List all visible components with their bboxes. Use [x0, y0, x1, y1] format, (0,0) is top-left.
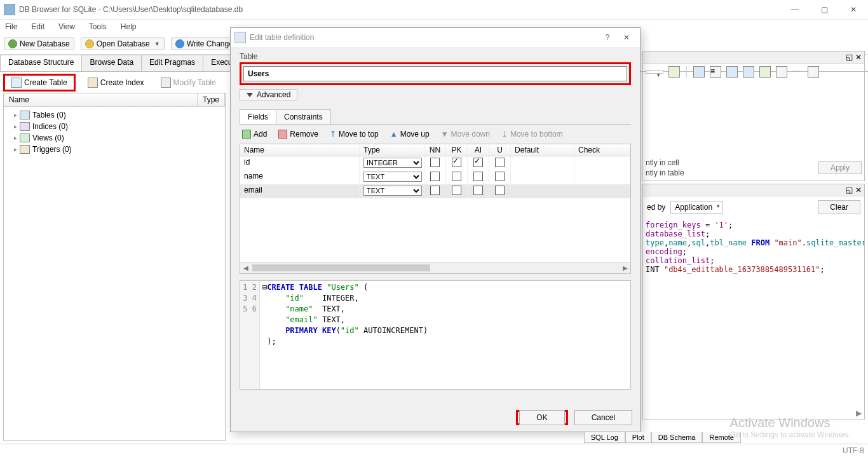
menu-edit[interactable]: Edit [29, 22, 47, 32]
tree-item[interactable]: ▸Views (0) [6, 132, 222, 144]
field-type-select[interactable]: TEXT [363, 172, 422, 182]
triangle-down-icon [247, 93, 253, 97]
table-name-input[interactable] [243, 66, 627, 81]
field-type-select[interactable]: INTEGER [363, 158, 422, 168]
checkbox[interactable] [452, 172, 461, 181]
menu-view[interactable]: View [56, 22, 78, 32]
lines-icon[interactable]: ≡ [710, 66, 721, 78]
panel-close-icon[interactable]: ✕ [855, 186, 862, 194]
copy-icon[interactable] [726, 66, 738, 78]
scroll-right-icon[interactable]: ▶ [856, 409, 862, 418]
new-database-button[interactable]: New Database [4, 38, 74, 50]
clear-icon[interactable] [776, 66, 787, 78]
checkbox[interactable] [473, 172, 483, 181]
log-clear-button[interactable]: Clear [818, 200, 860, 214]
remove-field-button[interactable]: Remove [278, 130, 318, 139]
mode-combo[interactable] [646, 70, 663, 74]
add-field-button[interactable]: Add [242, 130, 267, 139]
dialog-help-button[interactable]: ? [598, 33, 617, 42]
sql-code[interactable]: ⊟CREATE TABLE "Users" ( "id" INTEGER, "n… [260, 281, 430, 389]
bottomtab-sqllog[interactable]: SQL Log [584, 432, 625, 443]
close-button[interactable]: ✕ [839, 0, 868, 19]
tree-header-type[interactable]: Type [198, 93, 225, 106]
menu-help[interactable]: Help [118, 22, 139, 32]
col-nn[interactable]: NN [424, 144, 446, 156]
checkbox[interactable] [473, 158, 483, 167]
import-icon[interactable] [668, 66, 680, 78]
panel-close-icon[interactable]: ✕ [855, 53, 862, 62]
save-icon[interactable] [759, 66, 771, 78]
field-row[interactable]: nameTEXT [240, 170, 630, 184]
field-row[interactable]: idINTEGER [240, 156, 630, 170]
checkbox[interactable] [430, 158, 440, 167]
ellipsis-icon[interactable]: ⋯ [792, 67, 803, 77]
menu-tools[interactable]: Tools [86, 22, 109, 32]
tree-item[interactable]: ▸Triggers (0) [6, 144, 222, 155]
panel-undock-icon[interactable]: ◱ [846, 186, 853, 194]
dialog-close-button[interactable]: ✕ [617, 33, 636, 42]
checkbox[interactable] [495, 158, 505, 167]
tab-edit-pragmas[interactable]: Edit Pragmas [141, 55, 203, 71]
field-row[interactable]: emailTEXT [240, 184, 630, 198]
col-pk[interactable]: PK [446, 144, 468, 156]
col-ai[interactable]: AI [468, 144, 489, 156]
subtab-constraints[interactable]: Constraints [276, 109, 331, 124]
titlebar: DB Browser for SQLite - C:\Users\User\De… [0, 0, 868, 20]
bottomtab-plot[interactable]: Plot [625, 432, 651, 443]
move-up-button[interactable]: ▲Move up [390, 130, 430, 139]
tree-header-name[interactable]: Name [4, 93, 198, 106]
ok-button[interactable]: OK [519, 410, 564, 425]
move-top-button[interactable]: ⤒Move to top [330, 130, 379, 139]
col-name[interactable]: Name [240, 144, 360, 156]
paste-icon[interactable] [743, 66, 754, 78]
minimize-button[interactable]: — [780, 0, 810, 19]
move-bottom-button: ⤓Move to bottom [501, 130, 563, 139]
field-name-cell[interactable]: email [240, 184, 360, 198]
minus-icon [278, 130, 287, 139]
advanced-toggle[interactable]: Advanced [240, 89, 297, 100]
checkbox[interactable] [495, 186, 505, 195]
highlight-table-name [240, 62, 631, 85]
col-type[interactable]: Type [360, 144, 424, 156]
chevron-down-icon: ▼ [154, 41, 160, 47]
col-check[interactable]: Check [574, 144, 630, 156]
checkbox[interactable] [495, 172, 505, 181]
menu-file[interactable]: File [3, 22, 20, 32]
subtab-fields[interactable]: Fields [240, 109, 276, 124]
checkbox[interactable] [430, 172, 440, 181]
open-database-button[interactable]: Open Database ▼ [81, 38, 165, 50]
checkbox[interactable] [452, 186, 461, 195]
cancel-button[interactable]: Cancel [574, 410, 632, 425]
view-icon [20, 133, 30, 142]
modify-table-button: Modify Table [157, 76, 220, 89]
status-encoding: UTF-8 [843, 446, 864, 455]
fields-table: Name Type NN PK AI U Default Check idINT… [240, 144, 631, 274]
panel-undock-icon[interactable]: ◱ [846, 53, 853, 62]
create-index-button[interactable]: Create Index [84, 76, 148, 89]
checkbox[interactable] [473, 186, 483, 195]
log-filter-combo[interactable]: Application [670, 201, 723, 214]
apply-button[interactable]: Apply [818, 161, 862, 174]
col-u[interactable]: U [489, 144, 511, 156]
tree-item[interactable]: ▸Tables (0) [6, 109, 222, 121]
checkbox[interactable] [430, 186, 440, 195]
maximize-button[interactable]: ▢ [810, 0, 839, 19]
tab-database-structure[interactable]: Database Structure [0, 55, 82, 71]
bottomtab-dbschema[interactable]: DB Schema [651, 432, 703, 443]
dialog-title: Edit table definition [250, 33, 598, 42]
fields-hscroll[interactable]: ◀▶ [240, 262, 630, 273]
tree-item[interactable]: ▸Indices (0) [6, 121, 222, 132]
create-table-button[interactable]: Create Table [8, 76, 71, 89]
page-icon[interactable] [693, 66, 705, 78]
field-name-cell[interactable]: id [240, 156, 360, 170]
sql-gutter: 1 2 3 4 5 6 [240, 281, 260, 389]
field-name-cell[interactable]: name [240, 170, 360, 184]
col-default[interactable]: Default [511, 144, 574, 156]
mode-label-table: ntly in table [646, 168, 811, 178]
checkbox[interactable] [452, 158, 461, 167]
field-type-select[interactable]: TEXT [363, 186, 422, 196]
print-icon[interactable] [808, 66, 819, 78]
tab-browse-data[interactable]: Browse Data [81, 55, 142, 71]
schema-tree: Name Type ▸Tables (0)▸Indices (0)▸Views … [3, 93, 226, 441]
sql-log-output[interactable]: foreign_keys = '1'; database_list; type,… [643, 218, 864, 407]
